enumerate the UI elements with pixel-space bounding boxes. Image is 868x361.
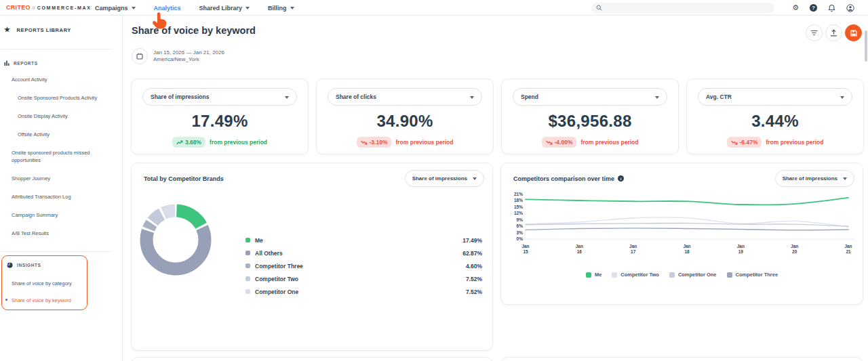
calendar-button[interactable]	[132, 48, 148, 64]
help-icon[interactable]: ?	[810, 4, 817, 12]
nav-billing[interactable]: Billing	[268, 5, 294, 12]
legend-item-competitor-two: Competitor Two	[612, 272, 659, 278]
search-icon	[596, 5, 602, 11]
y-tick-label: 6%	[517, 224, 524, 228]
metric-selector-dropdown[interactable]: Share of impressions	[142, 88, 297, 106]
product-name: COMMERCE-MAX	[37, 5, 92, 10]
sidebar-item-share-of-voice-by-keyword[interactable]: Share of voice by keyword	[12, 297, 108, 304]
pie-chart-icon	[7, 262, 13, 268]
notifications-bell-icon[interactable]	[828, 4, 835, 12]
y-tick-label: 0%	[517, 236, 524, 241]
kpi-card-spend: Spend $36,956.88 -4.00% from previous pe…	[501, 79, 679, 154]
timezone-value: America/New_York	[153, 56, 224, 64]
nav-analytics[interactable]: Analytics	[154, 5, 181, 12]
legend-item-competitor-one: Competitor One	[669, 272, 717, 278]
kpi-delta: -4.00% from previous period	[513, 137, 667, 148]
metric-selector-dropdown[interactable]: Spend	[513, 88, 667, 106]
chevron-down-icon	[132, 7, 136, 9]
chevron-down-icon	[840, 96, 844, 99]
legend-item-all-others: All Others 62.87%	[245, 247, 482, 259]
chevron-down-icon	[655, 96, 659, 99]
chevron-down-icon	[470, 96, 474, 99]
donut-metric-dropdown[interactable]: Share of impressions	[405, 170, 484, 187]
y-tick-label: 3%	[517, 230, 524, 235]
account-avatar-icon[interactable]	[846, 4, 854, 12]
sidebar-item-campaign-summary[interactable]: Campaign Summary	[12, 211, 108, 219]
delta-note: from previous period	[580, 139, 638, 146]
legend-swatch	[245, 263, 250, 268]
x-tick-label: 19	[738, 249, 744, 254]
main-content: Share of voice by keyword	[123, 16, 868, 361]
insights-section-header: INSIGHTS	[7, 262, 41, 268]
star-icon: ★	[4, 26, 11, 33]
sidebar-item-account-activity[interactable]: Account Activity	[12, 76, 108, 83]
legend-item-competitor-two: Competitor Two 7.52%	[245, 272, 482, 285]
reports-section-header: REPORTS	[4, 60, 38, 66]
sidebar-item-attributed-transaction-log[interactable]: Attributed Transaction Log	[12, 193, 108, 200]
metric-selector-dropdown[interactable]: Avg. CTR	[698, 88, 852, 106]
date-range-picker[interactable]: Jan 15, 2026 — Jan 21, 2026 America/New_…	[132, 48, 224, 64]
info-icon[interactable]: i	[618, 175, 624, 182]
y-tick-label: 18%	[514, 198, 523, 203]
x-tick-label: Jan	[737, 244, 745, 249]
partial-card	[500, 357, 863, 361]
settings-gear-icon[interactable]: ⚙	[792, 4, 799, 12]
trend-up-icon	[176, 140, 183, 145]
nav-shared-library[interactable]: Shared Library	[199, 5, 250, 12]
donut-chart	[138, 203, 213, 277]
kpi-delta: 3.68% from previous period	[142, 137, 297, 148]
criteo-logo[interactable]: CRITEO // COMMERCE-MAX	[6, 4, 92, 11]
nav-shared-library-label: Shared Library	[199, 5, 243, 12]
filter-funnel-icon	[810, 30, 818, 36]
charts-row: Total by Competitor Brands Share of impr…	[131, 163, 863, 351]
sidebar-item-onsite-sponsored-products-activity[interactable]: Onsite Sponsored Products Activity	[18, 94, 108, 102]
sidebar-item-missed-opportunities[interactable]: Onsite sponsored products missed opportu…	[12, 149, 96, 164]
x-tick-label: 17	[631, 249, 636, 254]
calendar-icon	[136, 53, 143, 60]
bar-chart-icon	[4, 60, 9, 66]
legend-item-competitor-three: Competitor Three 4.60%	[245, 259, 482, 272]
line-metric-dropdown[interactable]: Share of impressions	[775, 170, 854, 187]
sidebar-item-share-of-voice-by-category[interactable]: Share of voice by category	[12, 280, 108, 287]
nav-campaigns[interactable]: Campaigns	[95, 5, 136, 12]
sidebar-item-reports-library[interactable]: ★ REPORTS LIBRARY	[4, 26, 71, 33]
vertical-scrollbar[interactable]	[865, 30, 867, 62]
line-series-competitor-one	[526, 224, 848, 226]
x-tick-label: Jan	[791, 244, 798, 249]
legend-label: Competitor One	[255, 289, 298, 295]
delta-badge: -3.10%	[357, 137, 392, 148]
sidebar-item-shopper-journey[interactable]: Shopper Journey	[12, 175, 108, 182]
card-title-text: Competitors comparison over time	[513, 175, 614, 182]
sidebar-item-offsite-activity[interactable]: Offsite Activity	[18, 131, 108, 138]
delta-value: -4.00%	[555, 139, 573, 146]
reports-library-label: REPORTS LIBRARY	[17, 27, 71, 33]
delta-note: from previous period	[766, 139, 823, 146]
delta-badge: -4.00%	[542, 137, 577, 148]
kpi-delta: -6.47% from previous period	[698, 137, 852, 148]
trend-down-icon	[546, 140, 553, 145]
kpi-card-avg-ctr: Avg. CTR 3.44% -6.47% from previous peri…	[686, 79, 864, 154]
x-tick-label: Jan	[521, 244, 529, 249]
filter-button[interactable]	[806, 24, 823, 41]
legend-swatch	[245, 251, 250, 255]
legend-label: Competitor Two	[255, 276, 298, 282]
y-tick-label: 12%	[514, 211, 523, 215]
search-input[interactable]	[591, 3, 774, 13]
legend-label: Competitor Two	[620, 272, 659, 278]
line-series-competitor-two	[526, 217, 848, 227]
export-button[interactable]	[825, 24, 842, 41]
x-tick-label: 16	[577, 249, 583, 254]
delta-note: from previous period	[395, 139, 453, 146]
x-tick-label: Jan	[629, 244, 637, 249]
header-actions	[806, 24, 862, 41]
x-tick-label: 15	[523, 249, 528, 254]
save-button[interactable]	[845, 24, 862, 41]
sidebar-item-onsite-display-activity[interactable]: Onsite Display Activity	[18, 112, 108, 120]
brand-divider: //	[33, 5, 35, 10]
sidebar-item-ab-test-results[interactable]: A/B Test Results	[12, 230, 108, 237]
metric-selector-dropdown[interactable]: Share of clicks	[328, 88, 482, 106]
sidebar: ★ REPORTS LIBRARY REPORTS Account Activi…	[0, 16, 123, 361]
legend-swatch	[612, 272, 617, 278]
kpi-value: 3.44%	[698, 112, 852, 131]
legend-value: 7.52%	[466, 289, 482, 295]
